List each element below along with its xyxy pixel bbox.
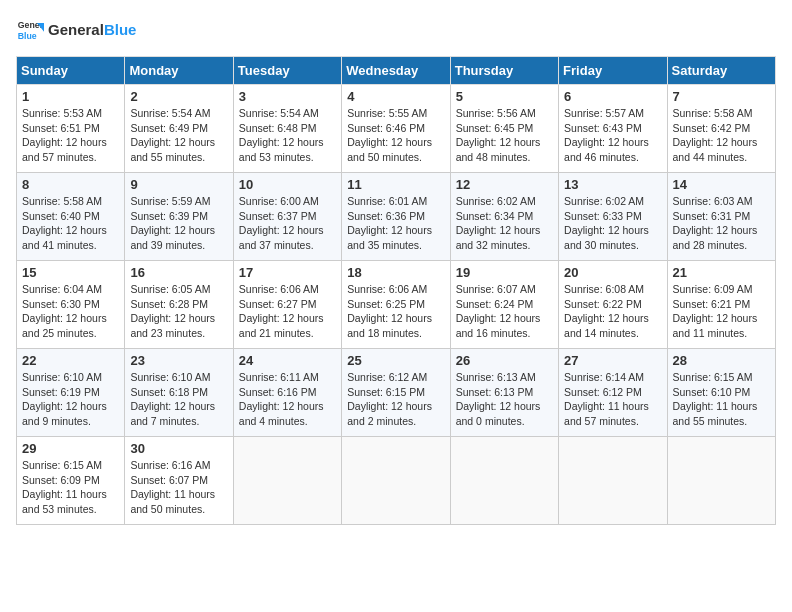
day-info: Sunrise: 6:10 AM Sunset: 6:18 PM Dayligh… xyxy=(130,370,227,429)
calendar-cell: 22Sunrise: 6:10 AM Sunset: 6:19 PM Dayli… xyxy=(17,349,125,437)
day-info: Sunrise: 6:00 AM Sunset: 6:37 PM Dayligh… xyxy=(239,194,336,253)
day-number: 22 xyxy=(22,353,119,368)
day-info: Sunrise: 6:14 AM Sunset: 6:12 PM Dayligh… xyxy=(564,370,661,429)
day-info: Sunrise: 6:13 AM Sunset: 6:13 PM Dayligh… xyxy=(456,370,553,429)
day-info: Sunrise: 6:10 AM Sunset: 6:19 PM Dayligh… xyxy=(22,370,119,429)
calendar-body: 1Sunrise: 5:53 AM Sunset: 6:51 PM Daylig… xyxy=(17,85,776,525)
day-info: Sunrise: 6:02 AM Sunset: 6:33 PM Dayligh… xyxy=(564,194,661,253)
day-number: 6 xyxy=(564,89,661,104)
calendar-cell: 15Sunrise: 6:04 AM Sunset: 6:30 PM Dayli… xyxy=(17,261,125,349)
weekday-header-monday: Monday xyxy=(125,57,233,85)
page-header: General Blue GeneralBlue xyxy=(16,16,776,44)
day-info: Sunrise: 6:06 AM Sunset: 6:27 PM Dayligh… xyxy=(239,282,336,341)
logo-icon: General Blue xyxy=(16,16,44,44)
calendar-week-5: 29Sunrise: 6:15 AM Sunset: 6:09 PM Dayli… xyxy=(17,437,776,525)
calendar-cell: 28Sunrise: 6:15 AM Sunset: 6:10 PM Dayli… xyxy=(667,349,775,437)
day-number: 3 xyxy=(239,89,336,104)
day-info: Sunrise: 6:01 AM Sunset: 6:36 PM Dayligh… xyxy=(347,194,444,253)
day-number: 10 xyxy=(239,177,336,192)
calendar-cell: 1Sunrise: 5:53 AM Sunset: 6:51 PM Daylig… xyxy=(17,85,125,173)
calendar-cell: 20Sunrise: 6:08 AM Sunset: 6:22 PM Dayli… xyxy=(559,261,667,349)
day-info: Sunrise: 6:03 AM Sunset: 6:31 PM Dayligh… xyxy=(673,194,770,253)
calendar-cell: 19Sunrise: 6:07 AM Sunset: 6:24 PM Dayli… xyxy=(450,261,558,349)
day-number: 12 xyxy=(456,177,553,192)
calendar-cell: 29Sunrise: 6:15 AM Sunset: 6:09 PM Dayli… xyxy=(17,437,125,525)
day-number: 5 xyxy=(456,89,553,104)
calendar-cell: 10Sunrise: 6:00 AM Sunset: 6:37 PM Dayli… xyxy=(233,173,341,261)
day-number: 26 xyxy=(456,353,553,368)
calendar-cell: 9Sunrise: 5:59 AM Sunset: 6:39 PM Daylig… xyxy=(125,173,233,261)
day-info: Sunrise: 6:16 AM Sunset: 6:07 PM Dayligh… xyxy=(130,458,227,517)
calendar-cell: 14Sunrise: 6:03 AM Sunset: 6:31 PM Dayli… xyxy=(667,173,775,261)
calendar-cell xyxy=(559,437,667,525)
calendar-cell: 3Sunrise: 5:54 AM Sunset: 6:48 PM Daylig… xyxy=(233,85,341,173)
day-info: Sunrise: 6:02 AM Sunset: 6:34 PM Dayligh… xyxy=(456,194,553,253)
day-number: 18 xyxy=(347,265,444,280)
day-info: Sunrise: 5:55 AM Sunset: 6:46 PM Dayligh… xyxy=(347,106,444,165)
calendar-cell xyxy=(342,437,450,525)
calendar-cell xyxy=(233,437,341,525)
calendar-cell: 17Sunrise: 6:06 AM Sunset: 6:27 PM Dayli… xyxy=(233,261,341,349)
day-number: 14 xyxy=(673,177,770,192)
calendar-cell: 12Sunrise: 6:02 AM Sunset: 6:34 PM Dayli… xyxy=(450,173,558,261)
calendar-cell: 27Sunrise: 6:14 AM Sunset: 6:12 PM Dayli… xyxy=(559,349,667,437)
day-info: Sunrise: 6:06 AM Sunset: 6:25 PM Dayligh… xyxy=(347,282,444,341)
calendar-cell: 2Sunrise: 5:54 AM Sunset: 6:49 PM Daylig… xyxy=(125,85,233,173)
calendar-cell: 4Sunrise: 5:55 AM Sunset: 6:46 PM Daylig… xyxy=(342,85,450,173)
day-number: 19 xyxy=(456,265,553,280)
calendar-cell: 23Sunrise: 6:10 AM Sunset: 6:18 PM Dayli… xyxy=(125,349,233,437)
calendar-cell: 21Sunrise: 6:09 AM Sunset: 6:21 PM Dayli… xyxy=(667,261,775,349)
calendar-table: SundayMondayTuesdayWednesdayThursdayFrid… xyxy=(16,56,776,525)
day-info: Sunrise: 5:59 AM Sunset: 6:39 PM Dayligh… xyxy=(130,194,227,253)
day-number: 27 xyxy=(564,353,661,368)
day-number: 17 xyxy=(239,265,336,280)
day-number: 30 xyxy=(130,441,227,456)
logo: General Blue GeneralBlue xyxy=(16,16,136,44)
calendar-header: SundayMondayTuesdayWednesdayThursdayFrid… xyxy=(17,57,776,85)
weekday-header-saturday: Saturday xyxy=(667,57,775,85)
calendar-week-1: 1Sunrise: 5:53 AM Sunset: 6:51 PM Daylig… xyxy=(17,85,776,173)
svg-text:Blue: Blue xyxy=(18,31,37,41)
calendar-cell: 6Sunrise: 5:57 AM Sunset: 6:43 PM Daylig… xyxy=(559,85,667,173)
calendar-cell xyxy=(667,437,775,525)
day-info: Sunrise: 5:54 AM Sunset: 6:49 PM Dayligh… xyxy=(130,106,227,165)
calendar-cell: 16Sunrise: 6:05 AM Sunset: 6:28 PM Dayli… xyxy=(125,261,233,349)
calendar-cell: 11Sunrise: 6:01 AM Sunset: 6:36 PM Dayli… xyxy=(342,173,450,261)
day-number: 7 xyxy=(673,89,770,104)
calendar-cell: 26Sunrise: 6:13 AM Sunset: 6:13 PM Dayli… xyxy=(450,349,558,437)
calendar-cell: 5Sunrise: 5:56 AM Sunset: 6:45 PM Daylig… xyxy=(450,85,558,173)
day-info: Sunrise: 6:04 AM Sunset: 6:30 PM Dayligh… xyxy=(22,282,119,341)
day-info: Sunrise: 5:58 AM Sunset: 6:42 PM Dayligh… xyxy=(673,106,770,165)
day-number: 4 xyxy=(347,89,444,104)
day-number: 13 xyxy=(564,177,661,192)
calendar-cell: 25Sunrise: 6:12 AM Sunset: 6:15 PM Dayli… xyxy=(342,349,450,437)
day-info: Sunrise: 5:57 AM Sunset: 6:43 PM Dayligh… xyxy=(564,106,661,165)
day-number: 25 xyxy=(347,353,444,368)
day-number: 1 xyxy=(22,89,119,104)
calendar-cell: 13Sunrise: 6:02 AM Sunset: 6:33 PM Dayli… xyxy=(559,173,667,261)
day-number: 21 xyxy=(673,265,770,280)
weekday-header-tuesday: Tuesday xyxy=(233,57,341,85)
weekday-header-wednesday: Wednesday xyxy=(342,57,450,85)
calendar-cell: 30Sunrise: 6:16 AM Sunset: 6:07 PM Dayli… xyxy=(125,437,233,525)
calendar-cell xyxy=(450,437,558,525)
logo-line1: General xyxy=(48,21,104,38)
day-info: Sunrise: 6:09 AM Sunset: 6:21 PM Dayligh… xyxy=(673,282,770,341)
calendar-week-2: 8Sunrise: 5:58 AM Sunset: 6:40 PM Daylig… xyxy=(17,173,776,261)
day-info: Sunrise: 5:56 AM Sunset: 6:45 PM Dayligh… xyxy=(456,106,553,165)
calendar-cell: 8Sunrise: 5:58 AM Sunset: 6:40 PM Daylig… xyxy=(17,173,125,261)
day-number: 24 xyxy=(239,353,336,368)
logo-line2: Blue xyxy=(104,21,137,38)
day-number: 20 xyxy=(564,265,661,280)
day-info: Sunrise: 6:15 AM Sunset: 6:10 PM Dayligh… xyxy=(673,370,770,429)
day-number: 11 xyxy=(347,177,444,192)
weekday-header-sunday: Sunday xyxy=(17,57,125,85)
weekday-row: SundayMondayTuesdayWednesdayThursdayFrid… xyxy=(17,57,776,85)
day-info: Sunrise: 6:11 AM Sunset: 6:16 PM Dayligh… xyxy=(239,370,336,429)
day-number: 23 xyxy=(130,353,227,368)
weekday-header-friday: Friday xyxy=(559,57,667,85)
day-info: Sunrise: 6:07 AM Sunset: 6:24 PM Dayligh… xyxy=(456,282,553,341)
day-number: 28 xyxy=(673,353,770,368)
day-info: Sunrise: 5:58 AM Sunset: 6:40 PM Dayligh… xyxy=(22,194,119,253)
day-number: 9 xyxy=(130,177,227,192)
